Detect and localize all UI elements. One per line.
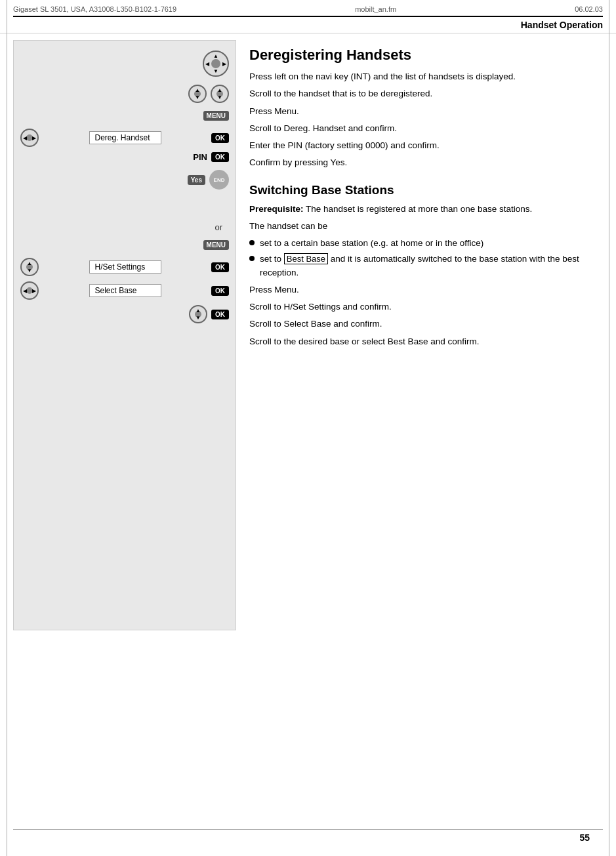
- two-scroll-icons: ▲ ▼ ▲ ▼: [188, 85, 229, 103]
- prerequisite-text: The handset is registered at more than o…: [306, 204, 532, 214]
- bullet-text-1: set to a certain base station (e.g. at h…: [260, 237, 483, 250]
- scroll-navi-2: ▲ ▼: [211, 85, 229, 103]
- switching-step-menu: Press Menu.: [249, 283, 590, 296]
- page-footer: 55: [579, 832, 590, 843]
- right-panel: Deregistering Handsets Press left on the…: [236, 40, 603, 630]
- deregistering-step-4: Scroll to Dereg. Handset and confirm.: [249, 122, 590, 135]
- bullet-dot-1: [249, 240, 255, 245]
- deregistering-step-3: Press Menu.: [249, 105, 590, 118]
- bullet-item-1: set to a certain base station (e.g. at h…: [249, 237, 590, 250]
- section-title-bar: Handset Operation: [0, 17, 616, 33]
- ok-badge-select-base: OK: [211, 286, 229, 296]
- arrow-down-icon: ▼: [213, 68, 218, 74]
- navi-int-row: ▲ ▼ ◀ ▶: [20, 51, 229, 77]
- deregistering-step-5: Enter the PIN (factory setting 0000) and…: [249, 139, 590, 152]
- pin-label: PIN: [193, 152, 207, 162]
- header-left: Gigaset SL 3501, USA, A31008-L350-B102-1…: [13, 5, 176, 13]
- end-key-label: END: [214, 177, 225, 183]
- header-right: 06.02.03: [575, 5, 603, 13]
- switching-intro: The handset can be: [249, 220, 590, 233]
- hset-settings-row: ▲ ▼ H/Set Settings OK: [20, 258, 229, 276]
- best-base-inline: Best Base: [284, 253, 328, 264]
- arrow-right-icon: ▶: [222, 61, 226, 67]
- hset-settings-item: H/Set Settings: [89, 260, 161, 274]
- switching-title: Switching Base Stations: [249, 183, 590, 197]
- section-title: Handset Operation: [521, 20, 603, 30]
- page-number: 55: [579, 832, 590, 843]
- section-spacer: [20, 197, 229, 217]
- page-header: Gigaset SL 3501, USA, A31008-L350-B102-1…: [0, 0, 616, 16]
- ok-badge-hset: OK: [211, 262, 229, 272]
- main-content: ▲ ▼ ◀ ▶ ▲ ▼ ▲ ▼: [0, 40, 616, 630]
- switching-step-hset: Scroll to H/Set Settings and confirm.: [249, 300, 590, 314]
- deregistering-step-1: Press left on the navi key (INT) and the…: [249, 70, 590, 83]
- header-center: mobilt_an.fm: [355, 5, 396, 13]
- or-row: or: [20, 222, 229, 232]
- scroll-navi-select-base: ◀ ▶: [20, 281, 39, 300]
- scroll-navi-hset: ▲ ▼: [20, 258, 39, 276]
- yes-badge: Yes: [188, 175, 205, 185]
- menu-badge-2: MENU: [203, 240, 229, 250]
- left-border-decoration: [7, 0, 7, 856]
- arrow-left-icon: ◀: [205, 61, 209, 67]
- deregistering-step-2: Scroll to the handset that is to be dere…: [249, 87, 590, 100]
- pin-row: PIN OK: [20, 152, 229, 162]
- deregistering-title: Deregistering Handsets: [249, 47, 590, 64]
- bullet-item-2: set to Best Base and it is automatically…: [249, 253, 590, 279]
- menu-badge-1: MENU: [203, 111, 229, 121]
- prerequisite-label: Prerequisite:: [249, 204, 304, 214]
- ok-badge-final: OK: [211, 310, 229, 319]
- switching-step-scroll: Scroll to the desired base or select Bes…: [249, 335, 590, 348]
- arrow-up-icon: ▲: [213, 53, 218, 59]
- ok-badge-1: OK: [211, 133, 229, 143]
- or-label: or: [215, 222, 222, 232]
- scroll-navi-1: ▲ ▼: [188, 85, 207, 103]
- ok-badge-pin: OK: [211, 152, 229, 162]
- bullet-text-2: set to Best Base and it is automatically…: [260, 253, 590, 279]
- switching-bullets: set to a certain base station (e.g. at h…: [249, 237, 590, 279]
- select-base-item: Select Base: [89, 284, 161, 297]
- scroll-icons-row: ▲ ▼ ▲ ▼: [20, 85, 229, 103]
- dereg-handset-row: ◀ ▶ Dereg. Handset OK: [20, 129, 229, 147]
- dereg-handset-item: Dereg. Handset: [89, 131, 161, 144]
- scroll-navi-dereg: ◀ ▶: [20, 129, 39, 147]
- footer-rule: [13, 829, 603, 830]
- navi-center: [211, 59, 220, 68]
- menu-badge-row-2: MENU: [20, 240, 229, 250]
- select-base-row: ◀ ▶ Select Base OK: [20, 281, 229, 300]
- navi-key-int: ▲ ▼ ◀ ▶: [203, 51, 229, 77]
- end-key: END: [209, 170, 229, 190]
- final-scroll-row: ▲ ▼ OK: [20, 305, 229, 323]
- switching-prerequisite: Prerequisite: The handset is registered …: [249, 203, 590, 216]
- right-border-decoration: [609, 0, 609, 856]
- deregistering-step-6: Confirm by pressing Yes.: [249, 156, 590, 169]
- menu-badge-row-1: MENU: [20, 111, 229, 121]
- scroll-navi-final: ▲ ▼: [189, 305, 207, 323]
- left-panel: ▲ ▼ ◀ ▶ ▲ ▼ ▲ ▼: [13, 40, 236, 630]
- yes-end-row: Yes END: [20, 170, 229, 190]
- switching-step-selectbase: Scroll to Select Base and confirm.: [249, 317, 590, 331]
- bullet-dot-2: [249, 256, 255, 261]
